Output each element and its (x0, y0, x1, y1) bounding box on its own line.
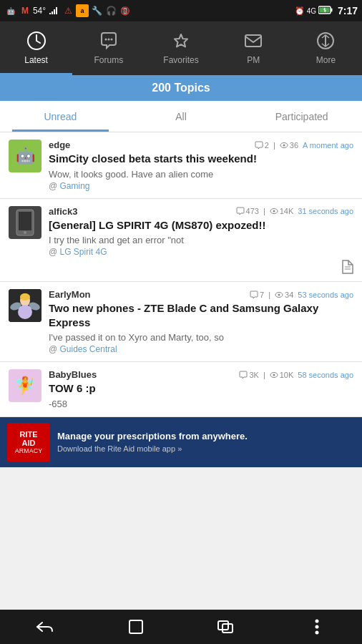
nav-item-pm[interactable]: PM (217, 21, 290, 75)
phone-icon: 📵 (119, 4, 132, 17)
topic-content: alfick3 473 | 14K 31 seconds ago (49, 206, 353, 275)
network-4g: 4G (307, 7, 316, 15)
ad-logo-line2: AID (22, 439, 36, 447)
favorites-icon (170, 29, 192, 52)
temp-display: 54° (33, 4, 46, 17)
nav-label-favorites: Favorites (163, 55, 198, 65)
topic-title: Two new phones - ZTE Blade C and Samsung… (49, 301, 353, 329)
avatar (9, 206, 41, 239)
tab-participated[interactable]: Participated (241, 101, 362, 132)
topic-time: A moment ago (303, 141, 353, 150)
topic-item[interactable]: 🤖 edge 2 | 36 A momen (0, 132, 362, 199)
topic-stats: 3K | 10K 58 seconds ago (239, 371, 353, 379)
avatar (9, 289, 41, 322)
latest-icon (25, 29, 48, 52)
comment-count: 3K (249, 371, 258, 379)
nav-item-more[interactable]: More (290, 21, 362, 75)
topic-username: alfick3 (49, 206, 77, 217)
svg-line-5 (325, 10, 326, 12)
nav-item-forums[interactable]: Forums (72, 21, 145, 75)
topic-time: 58 seconds ago (298, 371, 353, 379)
view-count: 36 (290, 141, 298, 150)
nav-item-latest[interactable]: Latest (0, 21, 72, 75)
topic-content: BabyBlues 3K | 10K 58 seconds ago (49, 369, 353, 409)
topic-preview: I try the link and get an error "not (49, 235, 353, 245)
topics-header: 200 Topics (0, 75, 362, 101)
topic-username: edge (49, 140, 70, 150)
android-icon: 🤖 (4, 4, 17, 17)
comment-count: 473 (246, 207, 259, 215)
svg-point-11 (110, 39, 112, 41)
ad-content: Manage your prescriptions from anywhere.… (57, 431, 355, 453)
view-stat: 36 (280, 141, 298, 150)
topic-title: SimCity closed beta starts this weekend! (49, 152, 353, 166)
svg-point-10 (107, 39, 109, 41)
svg-rect-1 (331, 9, 332, 12)
tab-unread[interactable]: Unread (0, 101, 121, 132)
svg-point-16 (283, 144, 285, 146)
ad-banner[interactable]: RITE AID ARMACY Manage your prescription… (0, 417, 362, 467)
clock-display: 7:17 (338, 5, 358, 16)
topic-username: EarlyMon (49, 289, 91, 300)
topic-preview: -658 (49, 399, 353, 409)
nav-item-favorites[interactable]: Favorites (145, 21, 217, 75)
comment-stat: 3K (239, 371, 258, 379)
svg-point-19 (24, 231, 26, 234)
topic-username: BabyBlues (49, 369, 97, 380)
topic-stats: 2 | 36 A moment ago (255, 141, 353, 150)
gmail-icon: M (19, 4, 31, 17)
amazon-icon: a (76, 4, 89, 17)
svg-point-30 (278, 293, 280, 296)
svg-rect-33 (129, 620, 142, 633)
status-right: ⏰ 4G 7:17 (295, 5, 358, 16)
signal-icon (47, 4, 60, 17)
more-icon (314, 29, 337, 52)
nav-label-pm: PM (247, 55, 260, 65)
warning-icon: ⚠ (62, 4, 74, 17)
topic-title: TOW 6 :p (49, 381, 353, 396)
status-bar: 🤖 M 54° ⚠ a 🔧 🎧 📵 ⏰ 4G 7:17 (0, 0, 362, 21)
alarm-icon: ⏰ (295, 6, 305, 16)
recents-button[interactable] (208, 614, 244, 640)
pm-icon (242, 29, 265, 52)
topic-forum: @ LG Spirit 4G (49, 247, 353, 257)
topic-time: 53 seconds ago (298, 291, 353, 299)
overflow-button[interactable] (299, 614, 335, 640)
ad-logo-line3: ARMACY (15, 447, 43, 454)
topic-list: 🤖 edge 2 | 36 A momen (0, 132, 362, 610)
svg-rect-18 (19, 212, 31, 230)
topic-item[interactable]: alfick3 473 | 14K 31 seconds ago (0, 199, 362, 283)
view-count: 34 (285, 291, 293, 299)
svg-point-28 (22, 293, 28, 299)
topic-preview: Wow, it looks good. Have an alien come (49, 169, 353, 180)
topic-time: 31 seconds ago (298, 207, 353, 215)
comment-count: 2 (265, 141, 269, 150)
forums-icon (97, 29, 120, 52)
battery-icon (318, 6, 333, 16)
topic-stats: 473 | 14K 31 seconds ago (236, 207, 353, 215)
topic-item[interactable]: EarlyMon 7 | 34 53 seconds ago (0, 282, 362, 362)
topic-title: [General] LG SPIRIT 4G (MS870) expozed!! (49, 218, 353, 233)
back-button[interactable] (27, 614, 63, 640)
svg-point-37 (315, 625, 318, 629)
topic-item[interactable]: 🧚 BabyBlues 3K | 10K (0, 362, 362, 417)
ad-title: Manage your prescriptions from anywhere. (57, 431, 355, 441)
svg-rect-12 (245, 35, 261, 47)
svg-point-32 (273, 374, 275, 376)
attachment-icon (49, 260, 353, 274)
tab-all[interactable]: All (121, 101, 242, 132)
comment-stat: 473 (236, 207, 259, 215)
view-stat: 14K (270, 207, 294, 215)
view-count: 14K (280, 207, 294, 215)
avatar: 🧚 (9, 369, 41, 402)
ad-logo-line1: RITE (19, 430, 37, 439)
topic-content: EarlyMon 7 | 34 53 seconds ago (49, 289, 353, 354)
home-button[interactable] (118, 614, 154, 640)
status-left: 🤖 M 54° ⚠ a 🔧 🎧 📵 (4, 4, 132, 17)
tabs-bar: Unread All Participated (0, 101, 362, 132)
topic-content: edge 2 | 36 A moment ago Si (49, 140, 353, 191)
bottom-bar (0, 610, 362, 644)
nav-label-latest: Latest (24, 55, 48, 65)
ad-subtitle: Download the Rite Aid mobile app » (57, 444, 355, 453)
comment-stat: 2 (255, 141, 269, 150)
